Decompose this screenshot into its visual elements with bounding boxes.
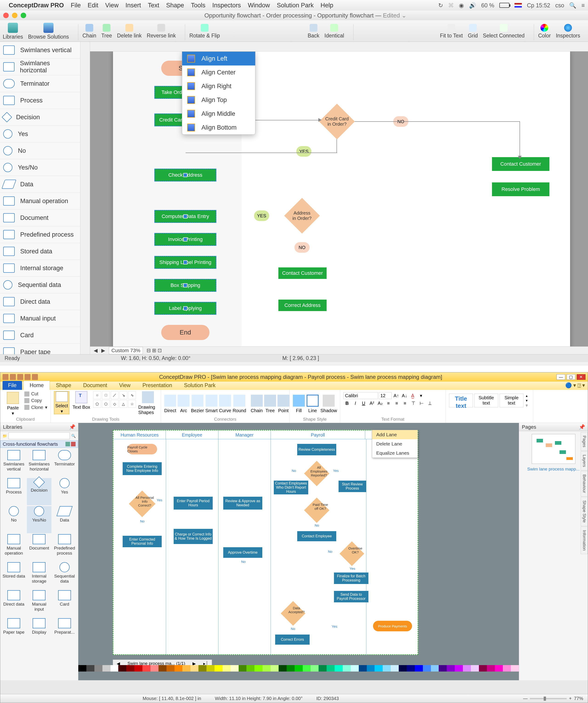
- more-font[interactable]: ▾: [417, 392, 425, 399]
- process[interactable]: Enter Corrected Personal Info: [122, 536, 162, 547]
- style-title[interactable]: Title text: [449, 394, 473, 407]
- conn-curve[interactable]: Curve: [219, 391, 231, 416]
- terminator[interactable]: Payroll Cycle Closes: [127, 444, 157, 454]
- time-machine-icon[interactable]: ↻: [438, 2, 443, 9]
- zoom-button[interactable]: [21, 13, 26, 18]
- lib-item[interactable]: Manual operation: [0, 193, 80, 210]
- style-down[interactable]: ▾: [526, 398, 527, 403]
- align-middle-item[interactable]: Align Middle: [182, 107, 255, 121]
- battery-icon[interactable]: [499, 3, 509, 8]
- decision[interactable]: Paid Time off OK?: [304, 497, 329, 523]
- scroll-right-icon[interactable]: ▶: [101, 347, 105, 354]
- select-tool[interactable]: Select▾: [54, 391, 69, 414]
- color-button[interactable]: Color: [538, 24, 551, 39]
- identical-button[interactable]: Identical: [325, 24, 344, 39]
- italic-button[interactable]: I: [352, 400, 359, 406]
- tab-shape[interactable]: Shape: [50, 381, 77, 390]
- wifi-icon[interactable]: ◉: [459, 2, 464, 9]
- valign-bot[interactable]: ⊥: [426, 400, 433, 406]
- libraries-button[interactable]: Libraries: [3, 23, 23, 40]
- shape-item[interactable]: Preparat...: [52, 618, 77, 645]
- minimize-button[interactable]: —: [557, 374, 565, 380]
- bold-button[interactable]: B: [343, 400, 351, 406]
- align-right[interactable]: ≡: [401, 400, 409, 406]
- rotate-flip-button[interactable]: Rotate & Flip: [189, 24, 220, 39]
- font-family-select[interactable]: [343, 392, 378, 399]
- shape-item[interactable]: Manual operation: [2, 534, 26, 561]
- canvas[interactable]: Start Take Order by Phone Credit Card Pr…: [90, 52, 588, 346]
- lib-item[interactable]: Stored data: [0, 243, 80, 260]
- lib-item[interactable]: Terminator: [0, 75, 80, 92]
- menu-insert[interactable]: Insert: [125, 2, 141, 9]
- align-top-item[interactable]: Align Top: [182, 93, 255, 107]
- user-menu[interactable]: cso: [556, 2, 564, 9]
- lane-header[interactable]: Employee: [166, 431, 218, 439]
- side-tab-layers[interactable]: Layers: [581, 451, 588, 470]
- lane-header[interactable]: Manager: [219, 431, 271, 439]
- style-more[interactable]: ▿: [526, 403, 527, 407]
- sub-button[interactable]: A₂: [376, 400, 384, 406]
- shape-item[interactable]: Paper tape: [2, 618, 26, 645]
- conn-tree[interactable]: Tree: [264, 391, 276, 416]
- lib-item[interactable]: Direct data: [0, 293, 80, 310]
- process[interactable]: Computer Data Entry: [154, 210, 217, 223]
- menu-window[interactable]: Window: [248, 2, 270, 9]
- process[interactable]: Contact Customer: [492, 157, 550, 171]
- menu-file[interactable]: File: [71, 2, 81, 9]
- process[interactable]: Finalize for Batch Processing: [334, 572, 368, 584]
- drawing-shapes[interactable]: Drawing Shapes: [138, 391, 158, 415]
- lib-item[interactable]: Yes/No: [0, 159, 80, 176]
- shape-item[interactable]: Terminator: [52, 450, 77, 477]
- lane-header[interactable]: Human Resources: [113, 431, 166, 439]
- win-canvas[interactable]: Human Resources Employee Manager Payroll…: [78, 423, 519, 680]
- menu-extras-icon[interactable]: ≡: [581, 2, 585, 9]
- process[interactable]: Start Review Process: [339, 481, 366, 492]
- color-swatches[interactable]: [78, 665, 519, 672]
- process[interactable]: Charge or Correct Info & How Time Is Log…: [174, 529, 213, 544]
- lib-item[interactable]: Swimlanes horizontal: [0, 59, 80, 75]
- ctx-add-lane[interactable]: Add Lane: [372, 430, 418, 439]
- process[interactable]: Contact Employee: [297, 531, 336, 541]
- back-button[interactable]: Back: [308, 24, 319, 39]
- conn-chain[interactable]: Chain: [251, 391, 263, 416]
- lib-item[interactable]: Document: [0, 210, 80, 226]
- side-tab-shape-style[interactable]: Shape Style: [581, 497, 588, 526]
- textbox-tool[interactable]: TText Box: [72, 391, 91, 410]
- lib-item[interactable]: Sequential data: [0, 277, 80, 293]
- shape-item[interactable]: Process: [2, 478, 26, 505]
- side-tab-information[interactable]: Information: [581, 527, 588, 554]
- library-search[interactable]: [8, 433, 70, 439]
- underline-button[interactable]: U: [360, 400, 367, 406]
- minimize-button[interactable]: [12, 13, 17, 18]
- conn-smart[interactable]: Smart: [205, 391, 218, 416]
- process[interactable]: Review Completeness: [297, 444, 336, 455]
- tab-presentation[interactable]: Presentation: [137, 381, 178, 390]
- shape-item[interactable]: No: [2, 506, 26, 533]
- align-center-item[interactable]: Align Center: [182, 66, 255, 79]
- maximize-button[interactable]: ▢: [567, 374, 575, 380]
- align-right-item[interactable]: Align Right: [182, 79, 255, 93]
- ctx-delete-lane[interactable]: Delete Lane: [372, 439, 418, 449]
- side-tab-pages[interactable]: Pages: [581, 432, 588, 451]
- scroll-left-icon[interactable]: ◀: [94, 347, 98, 354]
- tab-view[interactable]: View: [113, 381, 137, 390]
- valign-top[interactable]: ⊤: [410, 400, 417, 406]
- lib-item[interactable]: Swimlanes vertical: [0, 42, 80, 59]
- conn-arc[interactable]: Arc: [178, 391, 189, 416]
- decision[interactable]: Credit Cardin Order?: [319, 104, 355, 140]
- process[interactable]: Contact Employees Who Didn't Report Hour…: [274, 481, 308, 494]
- close-button[interactable]: [3, 13, 9, 18]
- font-color[interactable]: A̲: [409, 392, 416, 399]
- align-left-item[interactable]: Align Left: [182, 52, 255, 66]
- inspectors-button[interactable]: Inspectors: [556, 24, 580, 39]
- zoom-in-icon[interactable]: +: [569, 696, 572, 701]
- shape-item[interactable]: Direct data: [2, 590, 26, 617]
- process[interactable]: Review & Approve as Needed: [223, 497, 262, 510]
- shape-item[interactable]: Sequential data: [52, 562, 77, 589]
- process[interactable]: Correct Errors: [275, 634, 310, 645]
- shape-item[interactable]: Swimlanes vertical: [2, 450, 26, 477]
- file-tab[interactable]: File: [3, 381, 22, 390]
- open-lib-icon[interactable]: 📁: [3, 434, 7, 438]
- align-left[interactable]: ≡: [385, 400, 392, 406]
- process[interactable]: Contact Customer: [278, 267, 327, 279]
